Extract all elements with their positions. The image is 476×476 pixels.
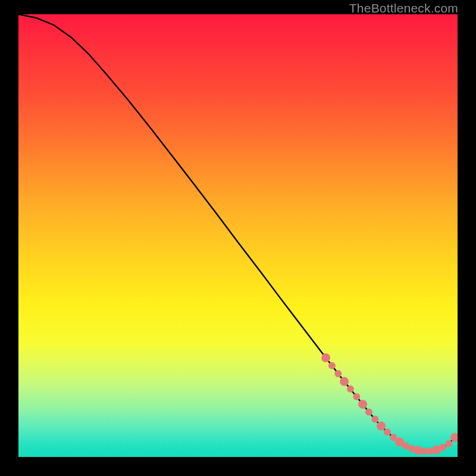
watermark-text: TheBottleneck.com (349, 1, 458, 15)
curve-marker (402, 442, 409, 449)
curve-marker (328, 362, 336, 369)
curve-marker (334, 370, 342, 377)
curve-marker (371, 416, 378, 423)
curve-marker (358, 400, 367, 409)
plot-area (18, 14, 458, 457)
curve-marker (321, 353, 330, 362)
curve-marker (353, 393, 360, 400)
curve-marker (384, 428, 391, 436)
curve-marker (377, 421, 386, 430)
curve-marker (340, 377, 349, 386)
chart-stage: TheBottleneck.com (0, 0, 476, 476)
curve-highlight-points (321, 353, 458, 455)
curve-marker (439, 444, 446, 451)
curve-marker (421, 447, 428, 455)
curve-marker (445, 440, 452, 447)
curve-layer (18, 14, 458, 457)
bottleneck-curve-line (18, 14, 458, 451)
curve-marker (347, 386, 354, 393)
curve-marker (365, 408, 372, 415)
